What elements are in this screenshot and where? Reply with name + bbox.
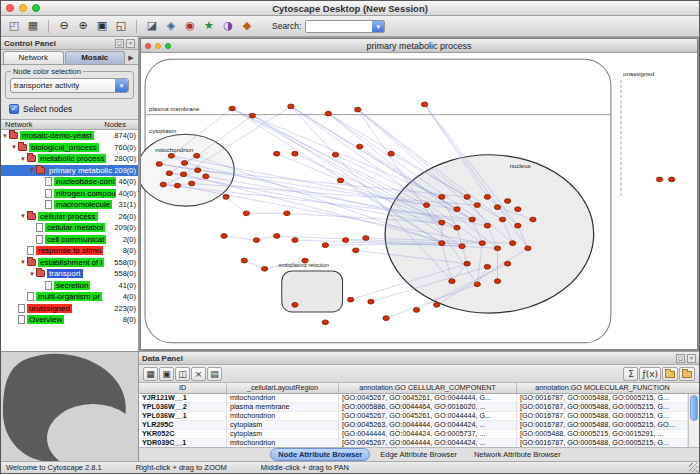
table-row[interactable]: YLR295Ccytoplasm[GO:0045263, GO:0044444,… — [139, 421, 688, 430]
select-first-neighbors-icon[interactable]: ◈ — [162, 18, 180, 35]
tab-scroll-right-icon[interactable]: ▶ — [126, 51, 136, 64]
network-edge[interactable] — [224, 236, 256, 240]
network-node[interactable] — [288, 104, 294, 109]
tab-network-attribute-browser[interactable]: Network Attribute Browser — [467, 449, 568, 460]
network-node[interactable] — [504, 261, 510, 266]
tree-expander-icon[interactable]: ▼ — [19, 156, 27, 162]
column-header-2[interactable]: annotation.GO CELLULAR_COMPONENT — [339, 383, 517, 393]
network-node[interactable] — [525, 246, 531, 251]
network-node[interactable] — [388, 151, 394, 156]
table-row[interactable]: YPL036W__1mitochondrion[GO:0045267, GO:0… — [139, 412, 688, 421]
tree-expander-icon[interactable]: ▼ — [28, 167, 36, 173]
tab-network[interactable]: Network — [3, 51, 64, 64]
create-attribute-icon[interactable]: ▣ — [159, 367, 174, 381]
resize-grip[interactable] — [689, 463, 698, 472]
network-node[interactable] — [439, 241, 445, 246]
import-attributes-icon[interactable] — [662, 367, 678, 381]
network-node[interactable] — [166, 171, 172, 176]
close-panel-icon[interactable]: × — [126, 39, 135, 48]
network-node[interactable] — [261, 266, 267, 271]
vizmapper-icon[interactable]: ◑ — [219, 18, 237, 35]
network-node[interactable] — [530, 217, 536, 222]
network-node[interactable] — [322, 243, 328, 248]
network-node[interactable] — [229, 106, 235, 111]
network-node[interactable] — [484, 264, 490, 269]
network-node[interactable] — [195, 168, 201, 173]
network-node[interactable] — [434, 302, 440, 307]
network-node[interactable] — [484, 195, 490, 200]
function-builder-icon[interactable]: ƒ(x) — [639, 367, 661, 381]
network-node[interactable] — [347, 297, 353, 302]
table-scrollbar[interactable] — [688, 394, 699, 447]
copy-attribute-icon[interactable]: ◫ — [175, 367, 190, 381]
scrollbar-thumb[interactable] — [690, 395, 698, 421]
network-node[interactable] — [439, 195, 445, 200]
network-node[interactable] — [504, 199, 510, 204]
network-edge[interactable] — [226, 197, 246, 213]
network-node[interactable] — [484, 223, 490, 228]
tree-item-nitrogen-compou[interactable]: nitrogen compou40(0) — [1, 188, 138, 200]
network-node[interactable] — [355, 107, 361, 112]
tab-mosaic[interactable]: Mosaic — [65, 51, 126, 64]
network-node[interactable] — [160, 182, 166, 187]
tree-item-unassigned[interactable]: unassigned223(0) — [1, 303, 138, 315]
network-node[interactable] — [181, 161, 187, 166]
select-nodes-checkbox[interactable]: ✓ — [9, 104, 19, 114]
tree-expander-icon[interactable]: ▼ — [19, 213, 27, 219]
table-row[interactable]: YPL036W__2plasma membrane[GO:0005886, GO… — [139, 403, 688, 412]
network-node[interactable] — [439, 220, 445, 225]
column-header-1[interactable]: _cellularLayoutRegion — [227, 383, 339, 393]
float-panel-icon[interactable]: ◻ — [115, 39, 124, 48]
network-node[interactable] — [337, 178, 343, 183]
network-node[interactable] — [292, 302, 298, 307]
search-dropdown-icon[interactable]: ▾ — [372, 21, 384, 32]
network-node[interactable] — [241, 258, 247, 263]
network-view-titlebar[interactable]: primary metabolic process — [141, 39, 697, 53]
network-node[interactable] — [156, 162, 162, 167]
search-input[interactable] — [306, 21, 372, 32]
tree-item-primary-metabolic[interactable]: ▼primary metabolic209(0) — [1, 165, 138, 177]
network-node[interactable] — [223, 195, 229, 200]
network-node[interactable] — [669, 177, 675, 182]
tree-item-response-to-stimu[interactable]: response to stimu8(0) — [1, 245, 138, 257]
network-node[interactable] — [325, 111, 331, 116]
sum-icon[interactable]: Σ — [623, 367, 638, 381]
network-node[interactable] — [188, 181, 194, 186]
new-network-from-selection-icon[interactable]: ◉ — [181, 18, 199, 35]
network-node[interactable] — [413, 308, 419, 313]
save-session-icon[interactable]: ▦ — [24, 18, 42, 35]
network-node[interactable] — [194, 153, 200, 158]
network-node[interactable] — [180, 172, 186, 177]
zoom-fit-icon[interactable]: ◱ — [112, 18, 130, 35]
network-node[interactable] — [363, 236, 369, 241]
tree-item-cell-communicat[interactable]: cell communicat2(0) — [1, 234, 138, 246]
network-node[interactable] — [332, 152, 338, 157]
tree-item-macromolecule[interactable]: macromolecule31(1) — [1, 199, 138, 211]
network-node[interactable] — [494, 279, 500, 284]
network-node[interactable] — [174, 183, 180, 188]
tree-item-overview[interactable]: Overview8(0) — [1, 314, 138, 326]
network-node[interactable] — [449, 279, 455, 284]
network-node[interactable] — [494, 205, 500, 210]
network-node[interactable] — [342, 238, 348, 243]
network-node[interactable] — [469, 217, 475, 222]
float-data-panel-icon[interactable]: ◻ — [676, 354, 685, 363]
open-session-icon[interactable]: ◰ — [5, 18, 23, 35]
network-node[interactable] — [515, 223, 521, 228]
network-node[interactable] — [421, 102, 427, 107]
annotation-icon[interactable]: ★ — [200, 18, 218, 35]
network-node[interactable] — [474, 203, 480, 208]
network-node[interactable] — [353, 248, 359, 253]
network-node[interactable] — [423, 203, 429, 208]
delete-attribute-icon[interactable]: × — [191, 367, 206, 381]
network-node[interactable] — [253, 238, 259, 243]
tree-item-secretion[interactable]: secretion41(0) — [1, 280, 138, 292]
network-node[interactable] — [357, 144, 363, 149]
export-attributes-icon[interactable] — [679, 367, 695, 381]
network-node[interactable] — [274, 234, 280, 239]
birds-eye-view[interactable] — [1, 352, 139, 461]
network-node[interactable] — [454, 225, 460, 230]
zoom-in-icon[interactable]: ⊕ — [74, 18, 92, 35]
tab-edge-attribute-browser[interactable]: Edge Attribute Browser — [373, 449, 464, 460]
network-node[interactable] — [243, 211, 249, 216]
